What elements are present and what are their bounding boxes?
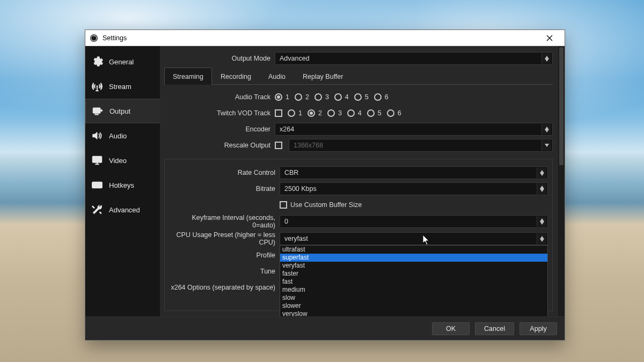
twitch-vod-enabled-checkbox[interactable] [275,109,282,117]
radio-icon [314,93,322,101]
settings-window: Settings General Stream [85,29,565,341]
sidebar-item-label: Stream [109,83,131,91]
audio-track-option[interactable]: 3 [314,93,329,101]
cpu-preset-combo[interactable]: veryfast [280,232,548,245]
bitrate-spinner[interactable]: 2500 Kbps [280,182,548,195]
svg-rect-4 [93,157,102,162]
use-custom-buffer-checkbox-wrap[interactable]: Use Custom Buffer Size [280,201,362,209]
twitch-vod-track-option[interactable]: 4 [347,109,362,117]
rate-control-combo[interactable]: CBR [280,166,548,179]
spinner-caret-icon [537,167,546,178]
twitch-vod-track-option[interactable]: 2 [308,109,322,117]
radio-icon [327,109,335,117]
cpu-preset-option[interactable]: veryfast [280,262,547,270]
use-custom-buffer-checkbox[interactable] [280,201,287,209]
tab-recording[interactable]: Recording [212,68,260,85]
audio-track-option[interactable]: 1 [275,93,289,101]
audio-track-option[interactable]: 4 [334,93,349,101]
radio-icon [288,109,295,117]
rescale-output-checkbox[interactable] [275,142,282,149]
cpu-preset-option[interactable]: superfast [280,254,547,262]
cpu-preset-option[interactable]: medium [280,286,547,294]
rate-control-value: CBR [284,169,298,176]
sidebar-item-output[interactable]: Output [85,99,160,123]
radio-icon [334,93,342,101]
cpu-preset-option[interactable]: ultrafast [280,246,547,254]
sidebar-item-video[interactable]: Video [85,148,160,173]
rate-control-label: Rate Control [169,169,275,176]
speaker-icon [91,129,104,142]
radio-label: 3 [338,109,342,117]
radio-label: 5 [378,109,382,117]
settings-sidebar: General Stream Output [85,46,160,316]
radio-label: 1 [298,109,302,117]
radio-label: 6 [398,109,401,117]
svg-rect-3 [93,108,100,113]
keyframe-interval-label: Keyframe Interval (seconds, 0=auto) [169,214,275,229]
gear-icon [91,55,104,68]
encoder-value: x264 [280,125,294,133]
twitch-vod-track-option[interactable]: 3 [327,109,342,117]
tab-streaming[interactable]: Streaming [164,68,212,85]
ok-button[interactable]: OK [432,322,470,335]
radio-label: 1 [286,93,289,101]
radio-icon [347,109,355,117]
cpu-preset-label: CPU Usage Preset (higher = less CPU) [169,231,275,246]
rescale-output-combo[interactable]: 1366x768 [289,139,553,152]
sidebar-item-general[interactable]: General [85,49,160,74]
sidebar-item-label: Output [109,107,130,115]
sidebar-item-hotkeys[interactable]: Hotkeys [85,173,160,197]
cpu-preset-option[interactable]: faster [280,270,547,278]
radio-icon [295,93,302,101]
cpu-preset-option[interactable]: veryslow [280,310,547,316]
tab-audio[interactable]: Audio [260,68,294,85]
rescale-output-value: 1366x768 [294,142,323,149]
radio-icon [308,109,315,117]
chevron-down-icon [541,140,551,151]
spinner-caret-icon [541,124,551,135]
cpu-preset-option[interactable]: slower [280,302,547,310]
spinner-caret-icon [537,216,546,227]
twitch-vod-track-option[interactable]: 6 [387,109,401,117]
twitch-vod-track-option[interactable]: 5 [367,109,382,117]
audio-track-option[interactable]: 2 [295,93,309,101]
apply-button[interactable]: Apply [519,322,557,335]
window-close-button[interactable] [539,31,560,46]
twitch-vod-track-option[interactable]: 1 [288,109,302,117]
spinner-caret-icon [541,53,551,64]
bitrate-label: Bitrate [169,185,275,193]
sidebar-item-audio[interactable]: Audio [85,123,160,148]
radio-icon [354,93,362,101]
output-mode-label: Output Mode [164,55,270,62]
output-mode-combo[interactable]: Advanced [275,52,553,65]
cpu-preset-option[interactable]: slow [280,294,547,302]
sidebar-item-label: Audio [109,132,127,140]
window-title: Settings [103,34,127,42]
sidebar-item-stream[interactable]: Stream [85,74,160,99]
keyboard-icon [91,179,104,191]
main-panel: Output Mode Advanced [160,46,565,316]
radio-icon [374,93,382,101]
sidebar-item-advanced[interactable]: Advanced [85,197,160,222]
cpu-preset-dropdown[interactable]: ultrafastsuperfastveryfastfasterfastmedi… [280,245,548,316]
cpu-preset-option[interactable]: fast [280,278,547,286]
tune-label: Tune [169,268,275,275]
radio-icon [275,93,282,101]
desktop-wallpaper: Settings General Stream [0,0,644,362]
spinner-caret-icon [537,183,546,194]
tab-replay-buffer[interactable]: Replay Buffer [294,68,352,85]
sidebar-item-label: Hotkeys [109,181,134,189]
encoder-combo[interactable]: x264 [275,123,553,136]
vertical-scrollbar[interactable] [558,46,565,316]
use-custom-buffer-label: Use Custom Buffer Size [290,201,362,209]
twitch-vod-track-group: 123456 [275,109,553,117]
audio-track-option[interactable]: 6 [374,93,389,101]
audio-track-option[interactable]: 5 [354,93,369,101]
keyframe-interval-value: 0 [284,218,288,225]
radio-label: 2 [305,93,309,101]
obs-app-icon [90,34,98,42]
cancel-button[interactable]: Cancel [475,322,514,335]
scrollbar-thumb[interactable] [559,47,564,165]
tools-icon [91,203,104,216]
keyframe-interval-spinner[interactable]: 0 [280,215,548,228]
